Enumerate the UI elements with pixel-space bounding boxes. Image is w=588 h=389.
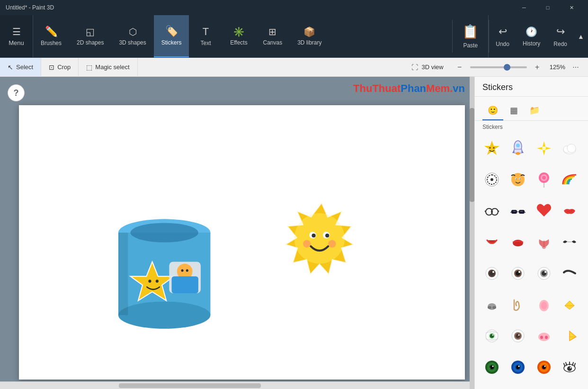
sticker-duck-beak[interactable] <box>558 325 581 347</box>
svg-marker-78 <box>565 301 574 309</box>
svg-point-23 <box>490 147 491 149</box>
stickers-section-label: Stickers <box>475 121 588 133</box>
sticker-eye-2[interactable] <box>507 262 529 285</box>
svg-marker-22 <box>484 141 499 155</box>
zoom-thumb[interactable] <box>504 64 510 71</box>
history-button[interactable]: 🕐 History <box>516 15 547 57</box>
sticker-ear-pink[interactable] <box>533 293 555 316</box>
zoom-out-button[interactable]: − <box>453 61 466 74</box>
svg-point-99 <box>490 368 490 369</box>
paste-button[interactable]: 📋 Paste <box>453 15 489 57</box>
menu-button[interactable]: ☰ Menu <box>0 15 33 57</box>
sub-toolbar: ↖ Select ⊡ Crop ⬚ Magic select ⛶ 3D view… <box>0 58 588 77</box>
3dshapes-label: 3D shapes <box>119 39 146 46</box>
magic-select-icon: ⬚ <box>86 63 92 71</box>
sticker-sparkle-star[interactable] <box>533 137 555 160</box>
toolbar-collapse-button[interactable]: ▲ <box>574 15 588 57</box>
sticker-eye-brown[interactable] <box>507 325 529 347</box>
sticker-nose-gray[interactable] <box>481 293 503 316</box>
sticker-eye-creepy[interactable] <box>481 325 503 347</box>
sticker-mouth-1[interactable] <box>481 231 503 253</box>
sticker-mouth-2[interactable] <box>507 231 529 253</box>
close-button[interactable]: ✕ <box>561 0 582 15</box>
toolbar-item-text[interactable]: T Text <box>189 15 222 57</box>
canvas-paper[interactable] <box>19 105 465 380</box>
sticker-character[interactable] <box>507 168 529 191</box>
sticker-sunglasses[interactable] <box>507 199 529 222</box>
redo-button[interactable]: ↪ Redo <box>547 15 574 57</box>
paste-icon: 📋 <box>462 24 479 39</box>
redo-label: Redo <box>553 41 567 47</box>
panel-title: Stickers <box>475 77 588 97</box>
tab-folder[interactable]: 📁 <box>524 101 545 120</box>
horizontal-scrollbar[interactable] <box>0 381 474 389</box>
toolbar-item-3dshapes[interactable]: ⬡ 3D shapes <box>111 15 153 57</box>
watermark-thu: Thu <box>353 82 372 94</box>
redo-icon: ↪ <box>556 26 565 38</box>
help-button[interactable]: ? <box>8 84 25 101</box>
svg-point-45 <box>542 176 546 180</box>
sticker-tongue[interactable] <box>533 231 555 253</box>
sticker-eye-blue[interactable] <box>507 356 529 379</box>
toolbar-item-canvas[interactable]: ⊞ Canvas <box>255 15 290 57</box>
magic-select-label: Magic select <box>95 63 129 71</box>
sticker-ear[interactable] <box>507 293 529 316</box>
svg-point-10 <box>181 269 183 271</box>
undo-button[interactable]: ↩ Undo <box>489 15 516 57</box>
sticker-eye-gold[interactable] <box>533 356 555 379</box>
horizontal-scroll-thumb[interactable] <box>119 383 261 388</box>
tab-stickers[interactable]: 🙂 <box>482 101 503 120</box>
paste-label: Paste <box>463 42 478 49</box>
sticker-cloud[interactable] <box>558 137 581 160</box>
svg-point-74 <box>488 306 491 309</box>
svg-point-24 <box>493 147 495 149</box>
vertical-scroll-thumb[interactable] <box>470 108 474 202</box>
sticker-mustache[interactable] <box>558 231 581 253</box>
sticker-lollipop[interactable] <box>533 168 555 191</box>
titlebar-title: Untitled* - Paint 3D <box>6 4 54 11</box>
svg-point-109 <box>544 366 545 367</box>
minimize-button[interactable]: ─ <box>513 0 535 15</box>
zoom-in-button[interactable]: + <box>531 61 544 74</box>
vertical-scrollbar[interactable] <box>470 77 474 389</box>
select-button[interactable]: ↖ Select <box>0 58 41 76</box>
sticker-rainbow[interactable] <box>558 168 581 191</box>
sticker-eye-3[interactable] <box>533 262 555 285</box>
sticker-glasses-round[interactable] <box>481 199 503 222</box>
svg-point-98 <box>492 366 494 367</box>
maximize-button[interactable]: □ <box>537 0 559 15</box>
magic-select-button[interactable]: ⬚ Magic select <box>79 58 137 76</box>
sticker-heart[interactable] <box>533 199 555 222</box>
toolbar-item-brushes[interactable]: ✏️ Brushes <box>33 15 69 57</box>
chevron-up-icon: ▲ <box>578 33 584 40</box>
sticker-spiral[interactable] <box>481 168 503 191</box>
toolbar-item-stickers[interactable]: 🏷️ Stickers <box>154 15 189 57</box>
zoom-slider[interactable] <box>470 66 527 68</box>
sticker-lips[interactable] <box>558 199 581 222</box>
toolbar-item-2dshapes[interactable]: ◱ 2D shapes <box>69 15 111 57</box>
sticker-eye-1[interactable] <box>481 262 503 285</box>
sticker-star[interactable] <box>481 137 503 160</box>
toolbar-item-effects[interactable]: ✳️ Effects <box>222 15 255 57</box>
3dshapes-icon: ⬡ <box>129 27 137 36</box>
sticker-eye-lashes[interactable] <box>558 356 581 379</box>
select-label: Select <box>16 63 33 71</box>
svg-point-42 <box>519 179 520 180</box>
svg-point-18 <box>325 234 329 237</box>
crop-button[interactable]: ⊡ Crop <box>41 58 79 76</box>
toolbar-item-3dlibrary[interactable]: 📦 3D library <box>290 15 329 57</box>
tab-textures[interactable]: ▦ <box>503 101 524 120</box>
canvas-area[interactable]: ? ThuThuatPhanMem.vn <box>0 77 474 389</box>
sticker-eyebrow[interactable] <box>558 262 581 285</box>
more-options-button[interactable]: ··· <box>569 61 582 74</box>
watermark-vn: vn <box>453 82 465 94</box>
sticker-rocket[interactable] <box>507 137 529 160</box>
svg-point-20 <box>328 240 336 247</box>
sticker-pig-nose[interactable] <box>533 325 555 347</box>
watermark-phan: Phan <box>401 82 426 94</box>
text-icon: T <box>203 27 209 37</box>
folder-tab-icon: 📁 <box>529 105 540 116</box>
crop-icon: ⊡ <box>49 63 54 71</box>
sticker-beak[interactable] <box>558 293 581 316</box>
sticker-eye-green[interactable] <box>481 356 503 379</box>
